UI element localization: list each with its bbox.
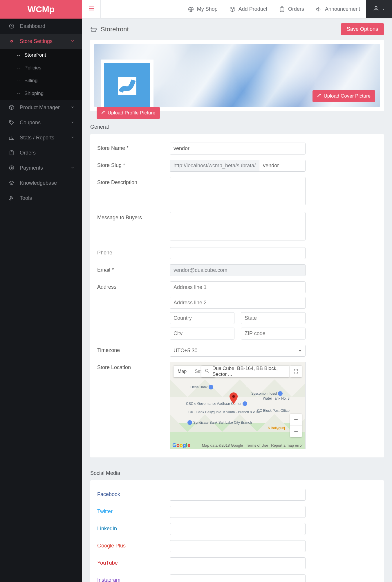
address1-input[interactable]: [170, 281, 306, 293]
instagram-label[interactable]: Instagram: [97, 577, 120, 582]
map-fullscreen[interactable]: [290, 366, 302, 377]
subnav-shipping[interactable]: Shipping: [0, 87, 82, 100]
svg-point-14: [375, 6, 377, 8]
youtube-input[interactable]: [170, 557, 306, 569]
store-slug-input[interactable]: [259, 160, 306, 172]
nav-tools[interactable]: Tools: [0, 191, 82, 206]
facebook-input[interactable]: [170, 489, 306, 501]
section-social-label: Social Media: [90, 457, 384, 480]
topnav-my-shop[interactable]: My Shop: [182, 0, 223, 18]
dollar-icon: [8, 165, 16, 171]
general-form: Store Name * Store Slug * http://localho…: [90, 134, 384, 457]
label-location: Store Location: [97, 362, 170, 449]
map-zoom: + −: [290, 414, 302, 437]
state-input[interactable]: [241, 312, 306, 324]
map-footer: Google Map data ©2018 Google Terms of Us…: [170, 442, 305, 449]
label-phone: Phone: [97, 247, 170, 259]
topnav-orders[interactable]: Orders: [273, 0, 310, 18]
svg-point-17: [205, 369, 208, 372]
box-icon: [8, 104, 16, 111]
label-email: Email *: [97, 264, 170, 276]
map-terms-link[interactable]: Terms of Use: [246, 443, 268, 448]
pencil-icon: [317, 93, 321, 99]
linkedin-input[interactable]: [170, 523, 306, 535]
search-icon: [205, 369, 209, 375]
city-input[interactable]: [170, 328, 234, 340]
profile-avatar: [101, 60, 153, 112]
youtube-label[interactable]: YouTube: [97, 560, 118, 566]
menu-toggle[interactable]: [82, 0, 101, 19]
slug-prefix: http://localhost/wcmp_beta/subrata/: [170, 160, 259, 172]
map-poi: Syndicate Bank Salt Lake City Branch: [187, 420, 252, 425]
map-poi: Water Tank No. 3: [263, 396, 290, 400]
map-poi: CSC e Governance Aadhaar Center: [186, 401, 247, 406]
linkedin-label[interactable]: LinkedIn: [97, 526, 117, 531]
nav-orders[interactable]: Orders: [0, 145, 82, 160]
page-title: Storefront: [101, 26, 129, 33]
zip-input[interactable]: [241, 328, 306, 340]
label-timezone: Timezone: [97, 345, 170, 357]
country-input[interactable]: [170, 312, 234, 324]
gear-icon: [8, 38, 16, 44]
brand-logo[interactable]: WCMp: [0, 0, 82, 19]
nav-product-manager[interactable]: Product Manager: [0, 100, 82, 115]
megaphone-icon: [316, 6, 322, 12]
address2-input[interactable]: [170, 297, 306, 309]
dashboard-icon: [8, 23, 16, 29]
map[interactable]: Map Satellite DualCube, BB-164, BB Block…: [170, 362, 306, 449]
map-poi: Dena Bank: [190, 385, 213, 389]
instagram-input[interactable]: [170, 574, 306, 582]
nav-knowledgebase[interactable]: Knowledgebase: [0, 175, 82, 191]
topnav-add-product[interactable]: Add Product: [223, 0, 273, 18]
subnav-storefront[interactable]: Storefront: [0, 49, 82, 62]
hamburger-icon: [88, 5, 95, 13]
email-input[interactable]: [170, 264, 306, 276]
chevron-down-icon: [71, 38, 75, 44]
google-plus-label[interactable]: Google Plus: [97, 543, 126, 549]
svg-point-19: [232, 395, 235, 398]
clipboard-icon: [279, 6, 285, 12]
map-type-map[interactable]: Map: [174, 366, 191, 377]
map-zoom-out[interactable]: −: [290, 425, 302, 437]
nav-coupons[interactable]: Coupons: [0, 115, 82, 130]
caret-down-icon: [382, 6, 385, 12]
map-zoom-in[interactable]: +: [290, 414, 302, 425]
phone-input[interactable]: [170, 247, 306, 259]
topnav: My Shop Add Product Orders Announcement: [182, 0, 392, 18]
user-menu[interactable]: [366, 0, 392, 18]
tag-icon: [8, 119, 16, 126]
label-store-slug: Store Slug *: [97, 160, 170, 172]
facebook-label[interactable]: Facebook: [97, 491, 120, 497]
nav-payments[interactable]: Payments: [0, 160, 82, 175]
user-icon: [373, 5, 379, 13]
nav-store-settings[interactable]: Store Settings: [0, 34, 82, 49]
chart-icon: [8, 134, 16, 141]
store-name-input[interactable]: [170, 143, 306, 155]
store-settings-submenu: Storefront Policies Billing Shipping: [0, 49, 82, 100]
main: My Shop Add Product Orders Announcement: [82, 0, 392, 582]
twitter-input[interactable]: [170, 506, 306, 518]
nav-dashboard[interactable]: Dashboard: [0, 19, 82, 34]
caret-down-icon: [298, 350, 302, 352]
topnav-announcement[interactable]: Announcement: [310, 0, 366, 18]
twitter-label[interactable]: Twitter: [97, 509, 113, 514]
timezone-select[interactable]: UTC+5:30: [170, 345, 306, 357]
clipboard-icon: [8, 150, 16, 156]
upload-profile-button[interactable]: Upload Profile Picture: [97, 107, 160, 119]
chevron-down-icon: [71, 120, 75, 126]
map-search[interactable]: DualCube, BB-164, BB Block, Sector ...: [201, 366, 290, 377]
subnav-billing[interactable]: Billing: [0, 74, 82, 87]
subnav-policies[interactable]: Policies: [0, 62, 82, 74]
upload-cover-button[interactable]: Upload Cover Picture: [312, 90, 375, 102]
chevron-down-icon: [71, 135, 75, 141]
save-button[interactable]: Save Options: [341, 23, 384, 35]
msg-buyers-input[interactable]: [170, 212, 306, 240]
google-logo: Google: [172, 442, 190, 448]
nav-stats[interactable]: Stats / Reports: [0, 130, 82, 145]
label-msg-buyers: Message to Buyers: [97, 212, 170, 242]
map-poi: Syscomp Infosol: [251, 391, 283, 396]
store-desc-input[interactable]: [170, 177, 306, 205]
social-form: Facebook Twitter LinkedIn Google Plus Yo…: [90, 480, 384, 582]
google-plus-input[interactable]: [170, 540, 306, 552]
map-report-link[interactable]: Report a map error: [271, 443, 303, 448]
